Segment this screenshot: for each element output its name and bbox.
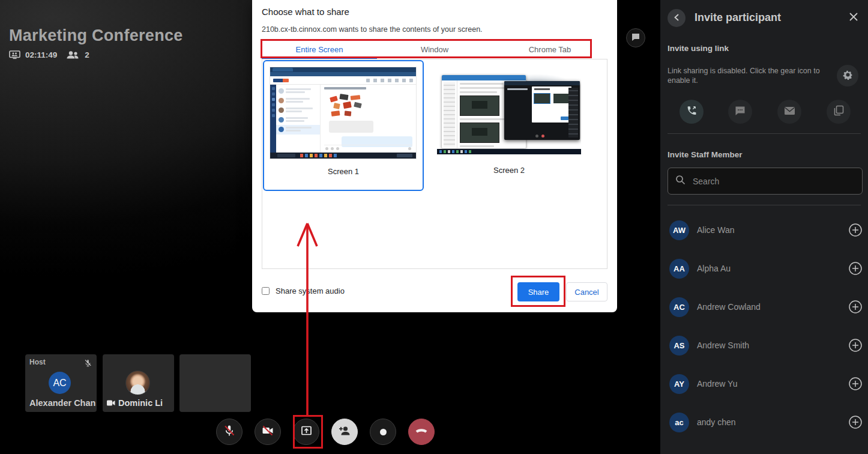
divider <box>668 133 861 134</box>
copy-link-button[interactable] <box>827 100 851 124</box>
cancel-button[interactable]: Cancel <box>566 282 607 301</box>
choose-what-to-share-dialog: Choose what to share 210b.cx-tb.cinnox.c… <box>252 0 617 312</box>
meeting-title: Marketing Conference <box>9 26 183 45</box>
avatar: AC <box>49 372 71 394</box>
avatar: AA <box>669 259 689 279</box>
share-system-audio-row: Share system audio <box>262 286 345 295</box>
link-settings-button[interactable] <box>837 65 858 86</box>
hang-up-button[interactable] <box>408 419 435 445</box>
share-screen-icon <box>300 424 313 440</box>
gear-icon <box>842 69 854 83</box>
chevron-left-icon <box>674 13 680 23</box>
screen-1-option[interactable]: Screen 1 <box>263 60 424 191</box>
add-staff-button[interactable] <box>848 377 863 391</box>
share-system-audio-label: Share system audio <box>276 286 345 295</box>
dialog-title: Choose what to share <box>262 7 349 17</box>
record-dot-icon <box>380 429 387 435</box>
staff-name: Andrew Cowland <box>697 302 761 312</box>
share-button[interactable]: Share <box>517 282 559 301</box>
tab-entire-screen[interactable]: Entire Screen <box>262 41 377 59</box>
staff-name: Alpha Au <box>697 264 731 273</box>
sms-icon <box>735 106 746 118</box>
invite-by-sms-button[interactable] <box>728 100 752 124</box>
participant-name: Alexander Chan <box>29 398 95 408</box>
record-button[interactable] <box>370 419 396 445</box>
staff-row[interactable]: AA Alpha Au <box>660 249 868 288</box>
camera-off-icon <box>261 424 274 440</box>
add-staff-button[interactable] <box>848 223 863 237</box>
screen-picker-panel: Screen 1 <box>262 59 607 269</box>
divider <box>668 205 861 205</box>
invite-participant-panel: Invite participant Invite using link Lin… <box>660 0 868 454</box>
share-source-tabs: Entire Screen Window Chrome Tab <box>262 41 607 59</box>
meeting-timer: 02:11:49 <box>25 50 57 59</box>
hang-up-phone-icon <box>414 424 429 440</box>
invite-staff-heading: Invite Staff Member <box>668 150 743 159</box>
link-sharing-disabled-message: Link sharing is disabled. Click the gear… <box>668 66 825 85</box>
add-staff-button[interactable] <box>848 338 863 353</box>
staff-row[interactable]: AW Alice Wan <box>660 211 868 249</box>
mic-mute-button[interactable] <box>216 419 243 445</box>
participant-tile-empty <box>179 354 251 412</box>
mic-muted-icon <box>83 359 92 370</box>
dialog-subtitle: 210b.cx-tb.cinnox.com wants to share the… <box>262 25 483 34</box>
invite-using-link-heading: Invite using link <box>668 44 729 53</box>
participants-icon <box>65 50 80 59</box>
panel-title: Invite participant <box>695 11 781 24</box>
screen-1-label: Screen 1 <box>264 167 423 176</box>
add-staff-button[interactable] <box>848 415 863 429</box>
staff-list: AW Alice Wan AA Alpha Au AC Andrew Cowla… <box>660 211 868 441</box>
meeting-meta: 02:11:49 2 <box>9 49 89 60</box>
camera-toggle-button[interactable] <box>255 419 281 445</box>
screen-share-session-icon <box>9 50 20 59</box>
copy-icon <box>833 105 844 118</box>
search-icon <box>675 175 686 187</box>
chat-panel-button[interactable] <box>626 28 645 47</box>
avatar: AW <box>669 220 689 240</box>
staff-row[interactable]: ac andy chen <box>660 403 868 441</box>
share-system-audio-checkbox[interactable] <box>262 287 270 295</box>
camera-on-icon <box>107 398 115 408</box>
staff-row[interactable]: AC Andrew Cowland <box>660 288 868 326</box>
staff-row[interactable]: AY Andrew Yu <box>660 365 868 403</box>
invite-by-email-button[interactable] <box>777 100 801 124</box>
close-panel-button[interactable] <box>846 11 861 25</box>
participant-tile-host[interactable]: Host AC Alexander Chan <box>25 354 97 412</box>
chat-bubble-icon <box>631 32 640 43</box>
avatar: AY <box>669 374 689 394</box>
staff-search-box[interactable] <box>668 168 863 195</box>
staff-name: andy chen <box>697 417 736 427</box>
participant-tile[interactable]: Dominic Li <box>103 354 174 412</box>
host-label: Host <box>29 358 46 366</box>
add-participant-icon <box>337 424 352 440</box>
participant-count: 2 <box>85 50 89 59</box>
participant-name: Dominic Li <box>118 398 163 408</box>
screen-2-option[interactable]: Screen 2 <box>429 60 589 191</box>
tab-window[interactable]: Window <box>377 41 492 59</box>
staff-name: Alice Wan <box>697 225 735 235</box>
close-icon <box>849 13 858 23</box>
avatar <box>125 371 150 395</box>
staff-name: Andrew Yu <box>697 379 737 389</box>
search-input[interactable] <box>693 177 855 186</box>
invite-by-call-button[interactable] <box>680 100 704 124</box>
call-out-icon <box>686 105 697 118</box>
back-button[interactable] <box>668 9 686 27</box>
add-staff-button[interactable] <box>848 300 863 314</box>
staff-name: Andrew Smith <box>697 340 749 350</box>
share-screen-button[interactable] <box>293 419 319 445</box>
avatar: AS <box>669 336 689 356</box>
tab-chrome-tab[interactable]: Chrome Tab <box>492 41 607 59</box>
screen-2-label: Screen 2 <box>429 166 589 175</box>
add-staff-button[interactable] <box>848 261 863 276</box>
staff-row[interactable]: AS Andrew Smith <box>660 326 868 365</box>
avatar: AC <box>669 297 689 317</box>
email-icon <box>784 106 795 118</box>
screen-2-thumbnail <box>437 71 581 154</box>
screen-1-thumbnail <box>270 67 416 159</box>
avatar: ac <box>669 413 689 432</box>
add-participant-button[interactable] <box>331 419 358 445</box>
mic-muted-icon <box>223 424 236 440</box>
